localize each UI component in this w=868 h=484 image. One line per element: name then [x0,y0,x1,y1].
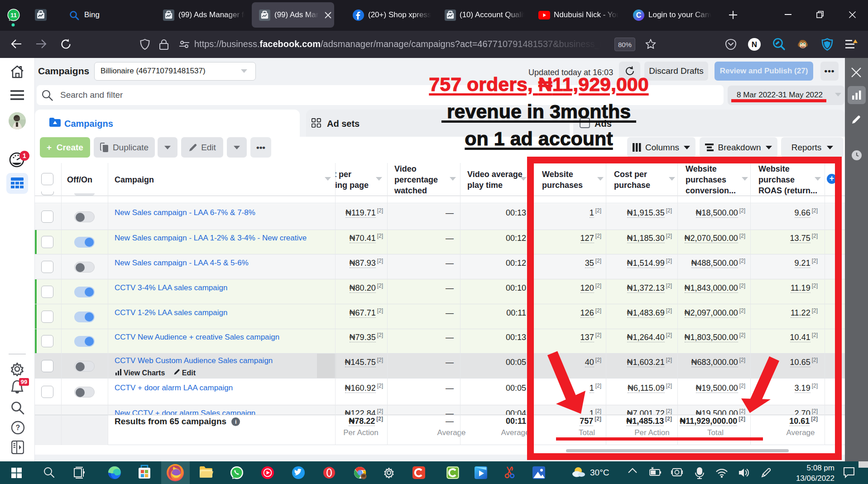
svg-text:1: 1 [23,152,26,159]
svg-text:?: ? [16,424,20,431]
svg-text:N: N [752,40,757,49]
svg-text:99: 99 [21,379,27,385]
svg-text:11: 11 [10,12,17,19]
svg-text:C: C [636,11,642,19]
